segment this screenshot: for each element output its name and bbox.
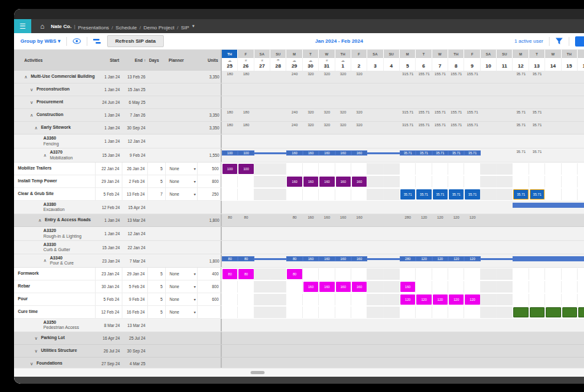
activity-cell[interactable]: A3360Fencing	[14, 134, 96, 148]
planner-cell[interactable]	[166, 96, 198, 108]
summary-bar-segment[interactable]: 80	[286, 256, 302, 261]
grid-cell[interactable]	[367, 163, 383, 175]
unit-block-magenta[interactable]: 160	[303, 282, 318, 292]
group-by-dropdown[interactable]: Group by WBS ▾	[20, 38, 61, 44]
end-date-cell[interactable]: 13 Feb 24	[122, 188, 148, 201]
chevron-up-icon[interactable]: ∧	[43, 258, 47, 263]
units-cell[interactable]	[198, 319, 222, 331]
unit-block-magenta[interactable]: 80	[238, 269, 253, 279]
units-cell[interactable]	[198, 83, 222, 96]
col-header-units[interactable]: Units	[196, 58, 221, 62]
table-row[interactable]: ∨Procurement24 Jun 246 May 25	[14, 96, 584, 109]
planner-cell[interactable]	[166, 134, 198, 148]
day-number-cell[interactable]: ☁1	[335, 58, 351, 71]
grid-cell[interactable]	[529, 281, 545, 293]
activity-cell[interactable]: ∧Early Sitework	[14, 122, 96, 134]
grid-cell[interactable]	[335, 307, 351, 318]
planner-cell[interactable]	[166, 254, 198, 267]
grid-cell[interactable]	[545, 281, 561, 293]
activity-cell[interactable]: Rebar	[14, 280, 96, 293]
activity-cell[interactable]: ∧Multi-Use Commercial Building	[14, 71, 96, 83]
day-number-cell[interactable]: 2	[351, 58, 367, 71]
planner-cell[interactable]	[166, 214, 198, 226]
table-row[interactable]: ∨Utilities Structure26 Jul 2430 Sep 24	[14, 345, 584, 358]
grid-cell[interactable]	[400, 268, 416, 280]
day-number-cell[interactable]: 14	[545, 58, 561, 71]
grid-cell[interactable]	[545, 189, 561, 200]
summary-bar-segment[interactable]: 100	[238, 150, 254, 156]
days-cell[interactable]	[148, 122, 166, 134]
col-header-activities[interactable]: Activities	[14, 58, 95, 62]
breadcrumb-item[interactable]: Demo Project	[143, 25, 174, 31]
end-date-cell[interactable]: 25 Jul 24	[122, 332, 148, 344]
grid-cell[interactable]	[448, 307, 464, 318]
table-row[interactable]: ∧Early Sitework1 Jan 2430 Sep 243,350180…	[14, 122, 584, 134]
grid-cell[interactable]	[351, 307, 367, 318]
grid-cell[interactable]	[432, 176, 448, 187]
start-date-cell[interactable]: 12 Feb 24	[96, 306, 122, 319]
planner-cell[interactable]	[166, 241, 198, 254]
day-number-cell[interactable]: 15	[562, 58, 578, 71]
unit-block-purple[interactable]: 160	[336, 177, 351, 187]
grid-cell[interactable]	[416, 176, 432, 187]
dropdown-arrow-icon[interactable]: ▾	[194, 166, 196, 171]
table-row[interactable]: ∨Foundations27 Sep 244 Mar 25	[14, 358, 584, 368]
planner-cell[interactable]	[166, 345, 198, 357]
end-date-cell[interactable]: 13 Mar 24	[122, 214, 148, 226]
days-cell[interactable]: 5	[148, 268, 166, 280]
units-cell[interactable]	[198, 134, 222, 148]
grid-cell[interactable]	[481, 294, 497, 305]
grid-cell[interactable]	[303, 163, 319, 175]
grid-cell[interactable]	[384, 268, 400, 280]
col-header-days[interactable]: Days	[147, 58, 165, 62]
days-cell[interactable]: 5	[148, 163, 166, 175]
day-of-week-cell[interactable]: SU	[270, 50, 286, 58]
grid-cell[interactable]	[448, 281, 464, 293]
chevron-down-icon[interactable]: ∨	[30, 87, 33, 92]
chevron-up-icon[interactable]: ∧	[24, 75, 27, 80]
day-number-cell[interactable]: 8	[448, 58, 464, 71]
days-cell[interactable]: 7	[148, 188, 166, 201]
activity-cell[interactable]: Install Temp Power	[14, 175, 96, 188]
unit-block-magenta[interactable]: 120	[465, 294, 479, 305]
grid-cell[interactable]	[335, 163, 351, 175]
days-cell[interactable]	[148, 83, 166, 96]
day-of-week-cell[interactable]: F	[238, 50, 254, 58]
unit-block-blueHl[interactable]: 35.71	[530, 189, 544, 200]
unit-block-blue[interactable]: 35.71	[400, 189, 415, 200]
dropdown-arrow-icon[interactable]: ▾	[194, 297, 196, 301]
summary-bar-segment[interactable]: 35.71	[400, 150, 416, 156]
activity-cell[interactable]: Pour	[14, 293, 96, 306]
grid-cell[interactable]	[578, 176, 584, 187]
activity-cell[interactable]: A3330Curb & Gutter	[14, 241, 96, 254]
end-date-cell[interactable]: 4 Mar 25	[122, 358, 148, 368]
start-date-cell[interactable]: 8 Mar 24	[96, 319, 122, 331]
grid-cell[interactable]	[286, 189, 302, 200]
visibility-eye-button[interactable]	[73, 38, 81, 44]
end-date-cell[interactable]: 30 Sep 24	[122, 345, 148, 357]
grid-cell[interactable]	[578, 163, 584, 175]
summary-bar[interactable]	[513, 203, 584, 208]
day-number-cell[interactable]: 11	[497, 58, 513, 71]
start-date-cell[interactable]: 15 Jan 24	[96, 149, 122, 162]
end-date-cell[interactable]: 12 Jan 24	[122, 134, 148, 148]
units-cell[interactable]: 800	[198, 175, 222, 188]
grid-cell[interactable]	[416, 268, 432, 280]
grid-cell[interactable]	[578, 281, 584, 293]
days-cell[interactable]: 5	[148, 280, 166, 293]
grid-cell[interactable]	[432, 268, 448, 280]
unit-block-purple[interactable]: 160	[319, 177, 334, 187]
units-cell[interactable]	[198, 201, 222, 214]
grid-cell[interactable]	[513, 176, 529, 187]
day-number-cell[interactable]: ☂28	[270, 58, 286, 71]
grid-cell[interactable]	[464, 281, 480, 293]
summary-bar-segment[interactable]: 160	[351, 150, 367, 156]
grid-cell[interactable]	[270, 294, 286, 305]
grid-cell[interactable]	[448, 163, 464, 175]
refresh-sip-data-button[interactable]: Refresh SIP data	[107, 35, 164, 47]
planner-cell[interactable]: None▾	[166, 175, 198, 188]
day-of-week-cell[interactable]: T	[303, 50, 319, 58]
day-of-week-cell[interactable]: M	[400, 50, 416, 58]
activity-cell[interactable]: ∨Parking Lot	[14, 332, 96, 344]
start-date-cell[interactable]: 26 Jul 24	[96, 345, 122, 357]
